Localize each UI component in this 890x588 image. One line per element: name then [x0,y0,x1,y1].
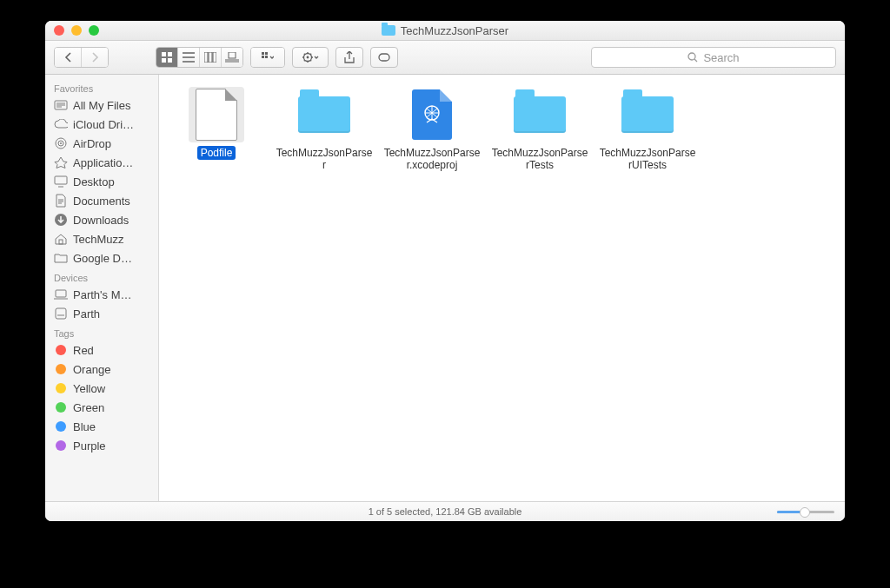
sidebar-item-label: Parth [73,307,100,320]
svg-rect-8 [262,52,264,55]
file-label: TechMuzzJsonParser.xcodeproj [380,146,484,172]
search-field[interactable]: Search [591,47,836,68]
folder-icon [54,251,68,265]
close-button[interactable] [54,25,64,36]
file-item[interactable]: TechMuzzJsonParser.xcodeproj [378,82,486,177]
finder-window: TechMuzzJsonParser [45,21,845,521]
sidebar-item-label: Orange [73,363,110,376]
sidebar-item-label: iCloud Dri… [73,118,134,131]
document-icon [196,89,237,141]
tag-icon [54,381,68,395]
tags-button[interactable] [370,47,398,68]
tag-icon [54,420,68,433]
sidebar-item-label: Documents [73,195,130,208]
share-icon [344,51,355,63]
sidebar-item-label: All My Files [73,99,130,112]
apps-icon [54,155,68,169]
tag-icon [376,53,392,62]
tag-icon [54,400,68,414]
sidebar-item-label: Applicatio… [73,156,133,169]
desktop-icon [54,175,68,188]
download-icon [54,213,68,227]
icon-view-button[interactable] [156,48,178,67]
svg-rect-0 [162,52,166,56]
action-button[interactable] [292,47,329,68]
svg-rect-24 [56,308,66,319]
disk-icon [54,307,68,320]
home-icon [54,232,68,246]
sidebar-heading: Devices [45,268,158,285]
sidebar-item-label: Downloads [73,214,129,227]
file-label: TechMuzzJsonParser [272,146,376,172]
svg-rect-4 [204,52,208,63]
sidebar-item-label: TechMuzz [73,233,124,246]
status-text: 1 of 5 selected, 121.84 GB available [369,506,522,517]
share-button[interactable] [335,47,363,68]
icon-grid: PodfileTechMuzzJsonParserTechMuzzJsonPar… [163,82,841,177]
zoom-button[interactable] [89,25,99,36]
sidebar-item[interactable]: All My Files [45,96,158,115]
window-title-text: TechMuzzJsonParser [401,24,508,37]
sidebar-item-label: Red [73,344,94,357]
list-icon [183,52,195,63]
sidebar-item[interactable]: Orange [45,360,158,379]
sidebar-item[interactable]: Blue [45,417,158,436]
sidebar-item[interactable]: Google D… [45,248,158,268]
svg-point-15 [688,53,695,60]
file-item[interactable]: TechMuzzJsonParserTests [486,82,594,177]
svg-rect-6 [213,52,216,63]
status-bar: 1 of 5 selected, 121.84 GB available [45,501,845,521]
arrange-button-group [250,47,285,68]
file-item[interactable]: Podfile [163,82,270,177]
folder-icon [514,96,566,133]
coverflow-icon [225,52,239,63]
sidebar-item[interactable]: Parth's M… [45,285,158,304]
sidebar-item[interactable]: AirDrop [45,134,158,153]
list-view-button[interactable] [178,48,200,67]
sidebar-item[interactable]: Yellow [45,379,158,398]
view-mode-buttons [156,47,243,68]
sidebar-item[interactable]: Purple [45,436,158,455]
svg-rect-23 [56,290,66,297]
svg-rect-10 [262,56,264,58]
sidebar-item-label: Parth's M… [73,288,132,301]
back-button[interactable] [55,48,82,67]
folder-icon [621,96,674,133]
sidebar-heading: Favorites [45,78,158,96]
tag-icon [54,343,68,357]
gear-icon [302,51,319,63]
arrange-button[interactable] [251,48,284,67]
titlebar: TechMuzzJsonParser [45,21,845,41]
sidebar-heading: Tags [45,323,158,340]
columns-icon [204,52,216,63]
sidebar-item[interactable]: Downloads [45,210,158,229]
sidebar-item[interactable]: Desktop [45,172,158,191]
chevron-left-icon [64,52,72,63]
all-files-icon [54,98,68,112]
file-item[interactable]: TechMuzzJsonParserUITests [594,82,701,177]
forward-button[interactable] [82,48,108,67]
svg-rect-20 [55,176,67,184]
coverflow-view-button[interactable] [222,48,242,67]
sidebar-item[interactable]: Parth [45,304,158,323]
sidebar-item[interactable]: Green [45,398,158,417]
icon-size-slider[interactable] [777,507,834,516]
toolbar: Search [45,41,845,75]
sidebar-item[interactable]: iCloud Dri… [45,115,158,134]
folder-icon [298,96,350,133]
column-view-button[interactable] [200,48,222,67]
svg-rect-9 [265,52,268,55]
svg-rect-5 [209,52,212,63]
content-area[interactable]: PodfileTechMuzzJsonParserTechMuzzJsonPar… [159,75,845,501]
sidebar-item-label: Yellow [73,382,105,395]
sidebar[interactable]: FavoritesAll My FilesiCloud Dri…AirDropA… [45,75,159,501]
sidebar-item[interactable]: Applicatio… [45,153,158,172]
sidebar-item[interactable]: TechMuzz [45,229,158,248]
svg-rect-14 [379,54,389,61]
sidebar-item[interactable]: Red [45,340,158,360]
file-label: TechMuzzJsonParserTests [488,146,592,172]
file-item[interactable]: TechMuzzJsonParser [270,82,378,177]
svg-rect-7 [229,52,236,58]
sidebar-item[interactable]: Documents [45,191,158,210]
minimize-button[interactable] [71,25,82,36]
